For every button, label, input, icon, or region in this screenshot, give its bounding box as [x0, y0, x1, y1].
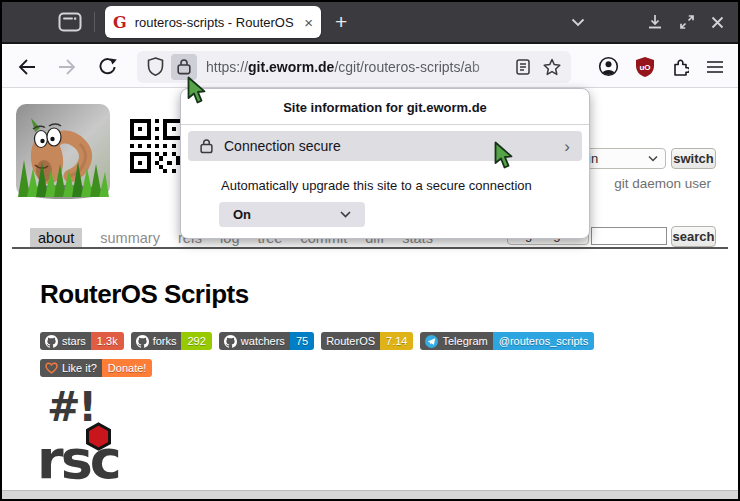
reader-mode-icon[interactable] — [516, 59, 530, 75]
bookmark-star-icon[interactable] — [543, 58, 561, 76]
rsc-logo-text: rsc — [37, 428, 119, 491]
browser-window: G routeros-scripts - RouterOS × + — [0, 0, 740, 501]
ublock-origin-icon[interactable]: uO — [636, 57, 654, 77]
account-icon[interactable] — [598, 56, 619, 77]
heart-icon — [45, 362, 58, 374]
badge-watchers[interactable]: watchers 75 — [219, 332, 314, 350]
mouse-cursor — [187, 76, 209, 109]
close-window-icon[interactable] — [711, 16, 724, 29]
new-tab-button[interactable]: + — [335, 10, 347, 34]
tab-summary[interactable]: summary — [100, 228, 160, 249]
search-input[interactable] — [591, 227, 667, 245]
badge-row-1: stars 1.3k forks 292 watchers 75 RouterO… — [40, 332, 594, 350]
extensions-puzzle-icon[interactable] — [671, 58, 689, 76]
https-upgrade-select[interactable]: On — [219, 202, 365, 227]
list-all-tabs-icon[interactable] — [571, 18, 585, 27]
github-icon — [224, 335, 237, 348]
daemon-user-label: git daemon user — [614, 176, 711, 191]
menu-hamburger-icon[interactable] — [706, 60, 724, 74]
connection-secure-label: Connection secure — [224, 138, 341, 154]
status-bar — [2, 490, 738, 499]
badge-donate[interactable]: Like it? Donate! — [40, 359, 152, 377]
tab-close-icon[interactable]: × — [304, 14, 313, 31]
badge-forks[interactable]: forks 292 — [131, 332, 212, 350]
tab-bar: G routeros-scripts - RouterOS × + — [2, 2, 738, 44]
github-icon — [45, 335, 58, 348]
downloads-icon[interactable] — [647, 14, 663, 30]
reload-icon[interactable] — [98, 58, 117, 76]
url-text: https://git.eworm.de/cgit/routeros-scrip… — [206, 59, 516, 75]
lock-icon — [200, 138, 213, 154]
https-upgrade-label: Automatically upgrade this site to a sec… — [221, 178, 589, 193]
chevron-down-icon — [340, 211, 351, 218]
popup-title: Site information for git.eworm.de — [181, 89, 589, 115]
rsc-logo: #! rsc — [37, 392, 177, 492]
badge-routeros[interactable]: RouterOS 7.14 — [321, 332, 413, 350]
tab-title: routeros-scripts - RouterOS — [135, 15, 301, 30]
github-icon — [136, 335, 149, 348]
tab-about[interactable]: about — [30, 228, 82, 249]
popup-divider — [181, 124, 589, 125]
tracking-shield-icon[interactable] — [147, 57, 164, 76]
content-divider — [12, 247, 728, 249]
cgit-favicon: G — [113, 13, 127, 32]
search-button[interactable]: search — [671, 226, 716, 247]
tab-separator — [94, 12, 95, 32]
page-title: RouterOS Scripts — [40, 279, 249, 310]
badge-row-2: Like it? Donate! — [40, 359, 152, 377]
site-info-popup: Site information for git.eworm.de Connec… — [180, 88, 590, 239]
telegram-icon — [425, 335, 438, 348]
nav-toolbar: https://git.eworm.de/cgit/routeros-scrip… — [2, 46, 738, 88]
back-icon[interactable] — [18, 59, 36, 75]
forward-icon[interactable] — [58, 59, 76, 75]
svg-text:uO: uO — [639, 62, 650, 71]
switch-button[interactable]: switch — [671, 148, 716, 169]
firefox-view-icon[interactable] — [58, 12, 82, 32]
badge-telegram[interactable]: Telegram @routeros_scripts — [420, 332, 594, 350]
badge-stars[interactable]: stars 1.3k — [40, 332, 124, 350]
chevron-right-icon: › — [564, 138, 570, 155]
eworm-logo[interactable] — [14, 102, 112, 206]
browser-tab[interactable]: G routeros-scripts - RouterOS × — [105, 6, 321, 38]
mouse-cursor-2 — [494, 141, 516, 174]
fullscreen-icon[interactable] — [679, 14, 695, 30]
qr-code — [130, 117, 184, 179]
connection-secure-row[interactable]: Connection secure › — [188, 131, 582, 161]
